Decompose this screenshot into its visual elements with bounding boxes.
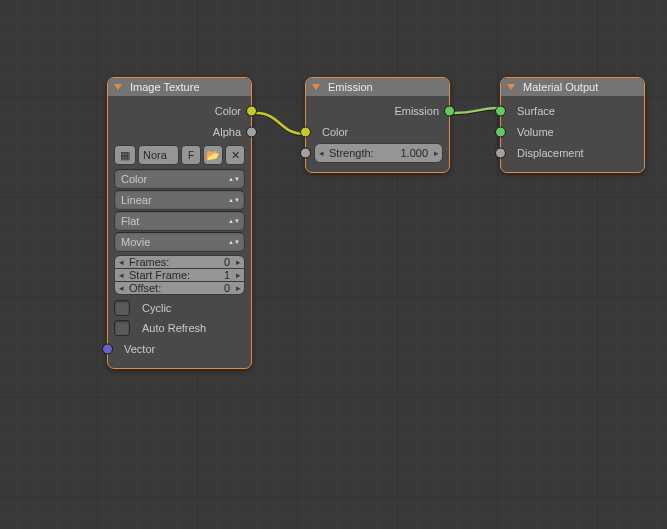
source-dropdown[interactable]: Movie ▲▼ <box>114 232 245 252</box>
input-socket-row: Surface <box>507 101 638 121</box>
close-icon: ✕ <box>231 149 240 162</box>
open-image-button[interactable]: 📂 <box>203 145 223 165</box>
node-title: Material Output <box>523 81 598 93</box>
node-title: Image Texture <box>130 81 200 93</box>
output-socket-emission[interactable] <box>444 106 455 117</box>
input-socket-row: Vector <box>114 339 245 359</box>
node-image-texture[interactable]: Image Texture Color Alpha ▦ Nora F 📂 ✕ C… <box>107 77 252 369</box>
image-browse-button[interactable]: ▦ <box>114 145 136 165</box>
collapse-icon[interactable] <box>114 84 122 90</box>
offset-field[interactable]: ◂ Offset: 0 ▸ <box>114 282 245 295</box>
decrement-icon[interactable]: ◂ <box>115 270 127 280</box>
node-header[interactable]: Material Output <box>501 78 644 96</box>
output-socket-row: Emission <box>312 101 443 121</box>
image-name-field[interactable]: Nora <box>138 145 179 165</box>
output-socket-alpha[interactable] <box>246 127 257 138</box>
cyclic-label: Cyclic <box>138 302 175 314</box>
output-socket-row: Color <box>114 101 245 121</box>
input-label: Vector <box>114 343 159 355</box>
input-socket-displacement[interactable] <box>495 148 506 159</box>
dropdown-handle-icon: ▲▼ <box>230 240 238 244</box>
projection-dropdown[interactable]: Flat ▲▼ <box>114 211 245 231</box>
node-material-output[interactable]: Material Output Surface Volume Displacem… <box>500 77 645 173</box>
node-emission[interactable]: Emission Emission Color ◂ Strength: 1.00… <box>305 77 450 173</box>
collapse-icon[interactable] <box>312 84 320 90</box>
increment-icon[interactable]: ▸ <box>232 257 244 267</box>
frames-field[interactable]: ◂ Frames: 0 ▸ <box>114 255 245 269</box>
node-editor-canvas[interactable]: Image Texture Color Alpha ▦ Nora F 📂 ✕ C… <box>0 0 667 529</box>
input-socket-surface[interactable] <box>495 106 506 117</box>
auto-refresh-label: Auto Refresh <box>138 322 210 334</box>
input-socket-row: ◂ Strength: 1.000 ▸ <box>312 143 443 163</box>
fake-user-button[interactable]: F <box>181 145 201 165</box>
input-socket-color[interactable] <box>300 127 311 138</box>
dropdown-handle-icon: ▲▼ <box>230 177 238 181</box>
node-title: Emission <box>328 81 373 93</box>
folder-icon: 📂 <box>206 149 220 162</box>
input-label: Volume <box>507 126 558 138</box>
start-frame-field[interactable]: ◂ Start Frame: 1 ▸ <box>114 269 245 282</box>
output-socket-color[interactable] <box>246 106 257 117</box>
node-header[interactable]: Emission <box>306 78 449 96</box>
increment-icon[interactable]: ▸ <box>232 270 244 280</box>
input-socket-row: Color <box>312 122 443 142</box>
decrement-icon[interactable]: ◂ <box>115 257 127 267</box>
cyclic-checkbox[interactable] <box>114 300 130 316</box>
output-socket-row: Alpha <box>114 122 245 142</box>
node-header[interactable]: Image Texture <box>108 78 251 96</box>
input-label: Surface <box>507 105 559 117</box>
decrement-icon[interactable]: ◂ <box>115 283 127 293</box>
increment-icon[interactable]: ▸ <box>430 148 442 158</box>
input-socket-strength[interactable] <box>300 148 311 159</box>
strength-field[interactable]: ◂ Strength: 1.000 ▸ <box>314 143 443 163</box>
input-socket-volume[interactable] <box>495 127 506 138</box>
collapse-icon[interactable] <box>507 84 515 90</box>
increment-icon[interactable]: ▸ <box>232 283 244 293</box>
dropdown-handle-icon: ▲▼ <box>230 198 238 202</box>
output-label: Emission <box>390 105 443 117</box>
output-label: Color <box>211 105 245 117</box>
image-icon: ▦ <box>120 149 130 162</box>
input-socket-vector[interactable] <box>102 344 113 355</box>
input-socket-row: Volume <box>507 122 638 142</box>
input-label: Color <box>312 126 352 138</box>
unlink-image-button[interactable]: ✕ <box>225 145 245 165</box>
output-label: Alpha <box>209 126 245 138</box>
input-socket-row: Displacement <box>507 143 638 163</box>
interpolation-dropdown[interactable]: Linear ▲▼ <box>114 190 245 210</box>
input-label: Displacement <box>507 147 588 159</box>
dropdown-handle-icon: ▲▼ <box>230 219 238 223</box>
decrement-icon[interactable]: ◂ <box>315 148 327 158</box>
auto-refresh-checkbox[interactable] <box>114 320 130 336</box>
colorspace-dropdown[interactable]: Color ▲▼ <box>114 169 245 189</box>
